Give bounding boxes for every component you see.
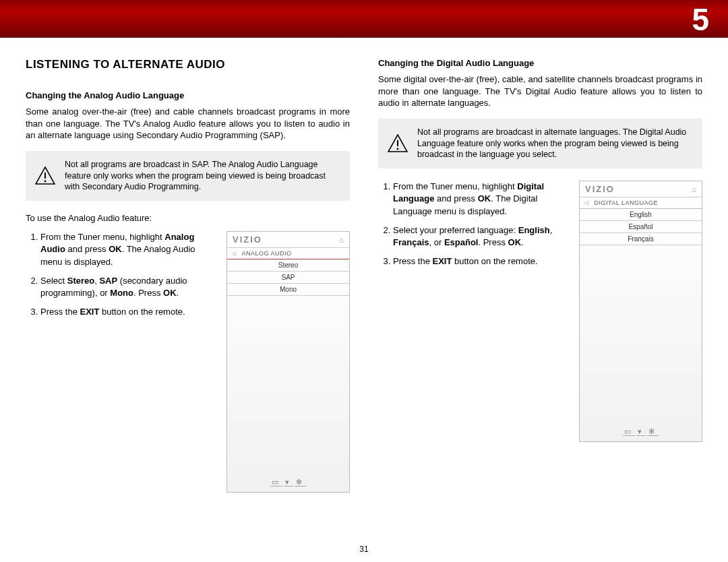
- menu-crumb-label: ANALOG AUDIO: [242, 250, 292, 257]
- svg-point-2: [44, 181, 47, 183]
- warning-icon: [35, 166, 55, 185]
- left-lead-in: To use the Analog Audio feature:: [26, 213, 350, 223]
- list-item: From the Tuner menu, highlight Digital L…: [393, 181, 568, 218]
- gear-icon: ✻: [295, 478, 306, 487]
- list-item: Select your preferred language: English,…: [393, 224, 568, 249]
- menu-footer-icons: ▭▾✻: [227, 478, 349, 487]
- page-number: 31: [0, 544, 728, 554]
- list-item: Select Stereo, SAP (secondary audio prog…: [40, 275, 216, 299]
- chapter-banner: 5: [0, 0, 728, 38]
- gear-icon: ✻: [647, 427, 659, 436]
- digital-language-menu-mock: VIZIO ⌂ ◁ DIGITAL LANGUAGE English Españ…: [579, 181, 702, 442]
- page-body: LISTENING TO ALTERNATE AUDIO Changing th…: [0, 38, 728, 493]
- left-intro: Some analog over-the-air (free) and cabl…: [26, 106, 350, 142]
- left-note-box: Not all programs are broadcast in SAP. T…: [26, 151, 350, 201]
- left-steps-wrap: From the Tuner menu, highlight Analog Au…: [26, 231, 350, 493]
- menu-header: VIZIO ⌂: [227, 232, 349, 248]
- left-steps: From the Tuner menu, highlight Analog Au…: [26, 231, 216, 325]
- back-arrow-icon: ◁: [231, 250, 237, 257]
- wide-icon: ▭: [270, 478, 282, 487]
- menu-header: VIZIO ⌂: [580, 181, 702, 197]
- svg-point-5: [397, 148, 399, 150]
- menu-item: Español: [580, 221, 702, 233]
- right-note-box: Not all programs are broadcast in altern…: [378, 119, 702, 169]
- menu-item: Stereo: [227, 259, 349, 272]
- list-item: From the Tuner menu, highlight Analog Au…: [40, 231, 216, 268]
- chapter-number: 5: [692, 1, 709, 38]
- menu-item: Mono: [227, 284, 349, 296]
- chevron-down-icon: ▾: [284, 478, 293, 487]
- menu-brand: VIZIO: [233, 235, 262, 245]
- left-note-text: Not all programs are broadcast in SAP. T…: [65, 159, 340, 193]
- chevron-down-icon: ▾: [636, 427, 646, 436]
- menu-breadcrumb: ◁ ANALOG AUDIO: [227, 248, 349, 259]
- menu-item: Français: [580, 233, 702, 245]
- analog-audio-menu-mock: VIZIO ⌂ ◁ ANALOG AUDIO Stereo SAP Mono ▭…: [226, 231, 350, 493]
- menu-breadcrumb: ◁ DIGITAL LANGUAGE: [580, 197, 702, 209]
- list-item: Press the EXIT button on the remote.: [40, 306, 216, 318]
- menu-item: SAP: [227, 272, 349, 284]
- menu-footer-icons: ▭▾✻: [580, 427, 702, 436]
- warning-icon: [388, 134, 408, 152]
- right-steps: From the Tuner menu, highlight Digital L…: [378, 181, 568, 274]
- left-column: LISTENING TO ALTERNATE AUDIO Changing th…: [26, 58, 350, 493]
- home-icon: ⌂: [339, 236, 344, 244]
- wide-icon: ▭: [623, 427, 635, 436]
- left-subtitle: Changing the Analog Audio Language: [26, 90, 350, 100]
- right-subtitle: Changing the Digital Audio Language: [378, 58, 702, 68]
- menu-crumb-label: DIGITAL LANGUAGE: [595, 199, 659, 206]
- right-steps-wrap: From the Tuner menu, highlight Digital L…: [378, 181, 702, 442]
- section-title: LISTENING TO ALTERNATE AUDIO: [26, 58, 350, 71]
- right-note-text: Not all programs are broadcast in altern…: [417, 127, 693, 161]
- back-arrow-icon: ◁: [584, 199, 589, 206]
- right-column: Changing the Digital Audio Language Some…: [378, 58, 702, 493]
- menu-brand: VIZIO: [585, 184, 615, 194]
- menu-item: English: [580, 209, 702, 221]
- right-intro: Some digital over-the-air (free), cable,…: [378, 73, 702, 109]
- list-item: Press the EXIT button on the remote.: [393, 255, 568, 268]
- home-icon: ⌂: [692, 185, 696, 193]
